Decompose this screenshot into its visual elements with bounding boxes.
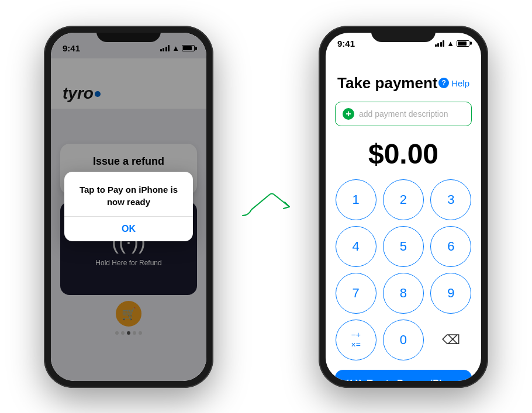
- left-phone: 9:41 ▲ tyro: [44, 26, 213, 388]
- right-phone-screen: 9:41 ▲ Take payment ?: [326, 33, 481, 381]
- dialog-overlay: Tap to Pay on iPhone is now ready OK: [51, 33, 206, 381]
- amount-display: $0.00: [326, 129, 481, 175]
- transition-arrow: [237, 189, 295, 224]
- right-status-icons: ▲: [435, 39, 469, 48]
- right-signal-bars: [435, 40, 445, 47]
- description-row[interactable]: + add payment description: [335, 102, 472, 126]
- page-title: Take payment: [337, 74, 437, 92]
- num-btn-1[interactable]: 1: [336, 179, 376, 220]
- numpad: 1 2 3 4 5 6 7 8 9 −+×= 0 ⌫: [326, 175, 481, 365]
- scene: 9:41 ▲ tyro: [0, 0, 532, 413]
- num-btn-backspace[interactable]: ⌫: [430, 320, 471, 360]
- num-btn-7[interactable]: 7: [336, 273, 376, 314]
- right-time: 9:41: [337, 39, 355, 48]
- num-btn-6[interactable]: 6: [430, 226, 471, 267]
- right-battery-icon: [457, 40, 469, 47]
- alert-dialog: Tap to Pay on iPhone is now ready OK: [64, 172, 193, 241]
- right-battery-fill: [458, 41, 467, 46]
- help-icon: ?: [438, 78, 449, 88]
- tap-to-pay-icon: ((·)): [346, 378, 362, 381]
- num-btn-0[interactable]: 0: [383, 320, 424, 360]
- dialog-message: Tap to Pay on iPhone is now ready: [74, 183, 184, 208]
- dialog-ok-button[interactable]: OK: [64, 217, 193, 241]
- num-btn-8[interactable]: 8: [383, 273, 424, 314]
- num-btn-5[interactable]: 5: [383, 226, 424, 267]
- right-phone: 9:41 ▲ Take payment ?: [319, 26, 488, 388]
- help-button[interactable]: ? Help: [438, 78, 469, 88]
- left-phone-content: 9:41 ▲ tyro: [51, 33, 206, 381]
- left-phone-screen: 9:41 ▲ tyro: [51, 33, 206, 381]
- num-btn-9[interactable]: 9: [430, 273, 471, 314]
- tap-to-pay-button[interactable]: ((·)) Tap to Pay on iPhone: [335, 370, 472, 381]
- num-btn-4[interactable]: 4: [336, 226, 376, 267]
- num-btn-ops[interactable]: −+×=: [336, 320, 376, 360]
- tap-to-pay-label: Tap to Pay on iPhone: [367, 379, 462, 381]
- plus-icon: +: [343, 108, 354, 120]
- dialog-body: Tap to Pay on iPhone is now ready: [64, 172, 193, 216]
- arrow-container: [237, 189, 295, 224]
- right-notch: [371, 26, 436, 42]
- description-placeholder: add payment description: [359, 109, 448, 119]
- help-label: Help: [451, 78, 469, 88]
- right-phone-content: 9:41 ▲ Take payment ?: [326, 33, 481, 381]
- num-btn-2[interactable]: 2: [383, 179, 424, 220]
- right-wifi-icon: ▲: [447, 39, 454, 48]
- num-btn-3[interactable]: 3: [430, 179, 471, 220]
- tap-btn-row: ((·)) Tap to Pay on iPhone: [326, 365, 481, 381]
- right-header: Take payment ? Help: [326, 48, 481, 99]
